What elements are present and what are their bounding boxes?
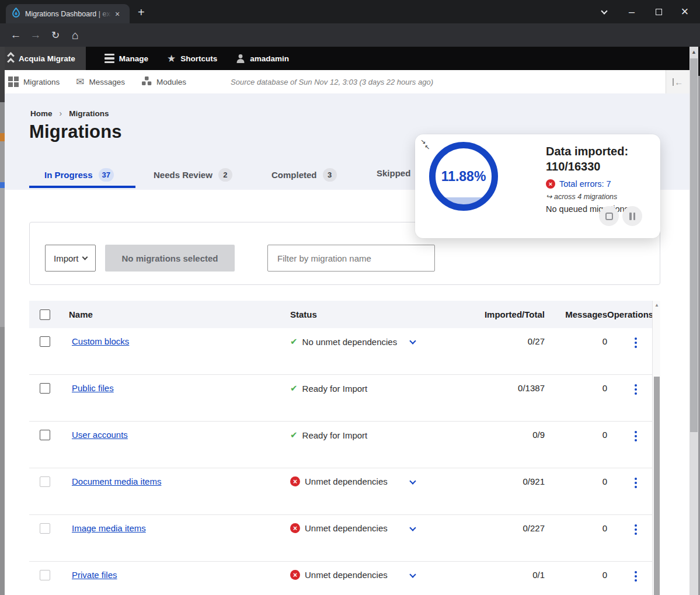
migration-name-link[interactable]: Document media items [72, 476, 161, 486]
stop-button[interactable] [599, 206, 619, 226]
forward-icon[interactable]: → [26, 23, 46, 47]
filter-input[interactable] [267, 245, 435, 272]
migration-name-link[interactable]: Image media items [72, 523, 146, 533]
window-maximize-button[interactable] [645, 0, 672, 23]
scroll-up-arrow-icon[interactable]: ▲ [689, 49, 698, 55]
chevron-down-icon[interactable] [409, 478, 416, 484]
active-tab-underline [29, 186, 135, 188]
imported-total-value: 0/227 [471, 523, 545, 533]
pause-button[interactable] [622, 206, 642, 226]
tab-close-icon[interactable]: × [115, 9, 120, 19]
tab-count-badge: 2 [218, 168, 232, 182]
back-icon[interactable]: ← [6, 23, 26, 47]
row-checkbox[interactable] [40, 570, 50, 580]
migration-name-link[interactable]: Custom blocks [72, 336, 129, 346]
tab-completed[interactable]: Completed3 [271, 168, 337, 182]
table-row: Private files×Unmet dependencies0/10 [29, 562, 660, 595]
imported-total-value: 0/27 [471, 336, 545, 346]
tab-bar: Migrations Dashboard | example × + – × [0, 0, 700, 23]
status-text: Unmet dependencies [305, 476, 388, 486]
migration-name-link[interactable]: Private files [72, 570, 117, 580]
table-header: Name Status Imported/Total Messages Oper… [29, 301, 660, 328]
toolbar-item-messages[interactable]: ✉ Messages [68, 76, 133, 88]
home-icon[interactable]: ⌂ [65, 23, 85, 47]
tab-count-badge: 3 [323, 168, 337, 182]
total-errors-link[interactable]: Total errors: 7 [559, 179, 611, 189]
row-checkbox[interactable] [40, 523, 50, 534]
row-checkbox[interactable] [40, 476, 50, 487]
toolbar-item-modules[interactable]: Modules [133, 76, 194, 88]
status-text: No unmet dependencies [302, 337, 398, 347]
window-menu-chevron-icon[interactable] [591, 0, 618, 23]
kebab-menu-icon[interactable] [635, 383, 637, 395]
kebab-menu-icon[interactable] [635, 430, 637, 441]
error-icon: × [290, 523, 300, 533]
imported-total-value: 0/1 [471, 570, 545, 580]
double-chevron-up-icon [8, 53, 13, 64]
chevron-down-icon[interactable] [409, 524, 416, 531]
row-checkbox[interactable] [40, 336, 50, 347]
status-cell: ✔Ready for Import [290, 430, 471, 440]
status-text: Ready for Import [302, 430, 368, 440]
tab-skipped[interactable]: Skipped [377, 168, 410, 178]
secondary-toolbar: Migrations ✉ Messages Modules Source dat… [0, 70, 689, 93]
status-text: Ready for Import [302, 384, 368, 394]
toolbar-item-shortcuts[interactable]: ★ Shortcuts [158, 47, 227, 70]
kebab-menu-icon[interactable] [635, 523, 637, 535]
messages-count: 0 [545, 476, 607, 486]
row-checkbox[interactable] [40, 383, 50, 394]
imported-total-value: 0/921 [471, 476, 545, 486]
across-migrations-note: ↪ across 4 migrations [546, 192, 654, 201]
pause-icon [629, 213, 635, 220]
chevron-down-icon[interactable] [409, 571, 416, 577]
window-close-button[interactable]: × [671, 0, 698, 23]
acquia-migrate-brand[interactable]: Acquia Migrate [0, 47, 86, 70]
reload-icon[interactable]: ↻ [46, 23, 65, 47]
screen: Migrations Dashboard | example × + – × ←… [0, 0, 700, 595]
drupal-drop-icon [12, 8, 20, 20]
table-scrollbar[interactable]: ▲ [652, 301, 660, 595]
page-content: Home › Migrations Migrations In Progress… [0, 93, 689, 595]
new-tab-button[interactable]: + [138, 6, 145, 19]
table-row: Public files✔Ready for Import0/13870 [29, 375, 660, 422]
messages-count: 0 [545, 523, 607, 533]
breadcrumb-home-link[interactable]: Home [30, 109, 53, 118]
table-scrollbar-thumb[interactable] [654, 377, 660, 595]
progress-percent: 11.88% [441, 169, 486, 185]
kebab-menu-icon[interactable] [635, 570, 637, 582]
shrink-card-icon[interactable]: ↘ ↖ [420, 138, 430, 150]
breadcrumb-separator: › [60, 109, 62, 118]
messages-count: 0 [545, 430, 607, 440]
scroll-up-arrow-icon[interactable]: ▲ [653, 302, 661, 308]
migration-name-link[interactable]: Public files [72, 383, 114, 393]
browser-scrollbar[interactable]: ▲ [689, 47, 698, 595]
source-database-note: Source database of Sun Nov 12, 3:03 (3 d… [231, 78, 433, 86]
collapse-toolbar-button[interactable]: ← [666, 70, 689, 93]
col-header-name: Name [69, 309, 290, 319]
imported-total-value: 0/1387 [471, 383, 545, 393]
toolbar-item-migrations[interactable]: Migrations [0, 76, 68, 87]
toolbar-item-user[interactable]: amadamin [227, 47, 298, 70]
messages-count: 0 [545, 570, 607, 580]
select-all-checkbox[interactable] [40, 309, 50, 320]
kebab-menu-icon[interactable] [635, 476, 637, 488]
browser-scrollbar-thumb[interactable] [690, 58, 698, 432]
table-row: Custom blocks✔No unmet dependencies0/270 [29, 328, 660, 375]
import-dropdown-button[interactable]: Import [45, 245, 96, 272]
browser-tab[interactable]: Migrations Dashboard | example × [6, 4, 130, 23]
admin-toolbar: Acquia Migrate Manage ★ Shortcuts amadam… [0, 47, 689, 70]
tab-count-badge: 37 [99, 168, 114, 182]
table-row: Document media items×Unmet dependencies0… [29, 468, 660, 515]
row-checkbox[interactable] [40, 430, 50, 440]
window-minimize-button[interactable]: – [618, 0, 645, 23]
kebab-menu-icon[interactable] [635, 336, 637, 348]
status-cell: ×Unmet dependencies [290, 570, 471, 580]
data-imported-label: Data imported: 110/16330 [546, 144, 654, 174]
data-imported-count: 110/16330 [546, 160, 600, 173]
user-icon [236, 54, 245, 64]
tab-in-progress[interactable]: In Progress37 [44, 168, 114, 182]
toolbar-item-manage[interactable]: Manage [95, 47, 158, 70]
migration-name-link[interactable]: User accounts [72, 430, 128, 440]
chevron-down-icon[interactable] [409, 337, 416, 344]
tab-needs-review[interactable]: Needs Review2 [154, 168, 232, 182]
